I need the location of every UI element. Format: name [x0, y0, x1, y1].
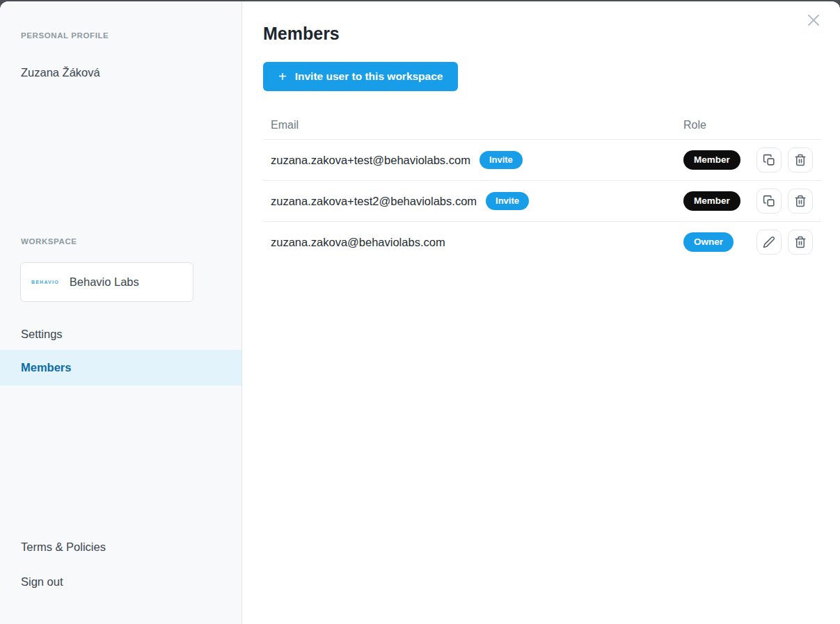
- table-header-row: Email Role: [263, 111, 821, 139]
- plus-icon: +: [278, 70, 287, 83]
- delete-button[interactable]: [788, 230, 813, 255]
- pencil-icon: [763, 236, 775, 248]
- sidebar-item-settings[interactable]: Settings: [0, 320, 241, 348]
- sidebar-item-sign-out[interactable]: Sign out: [0, 568, 241, 595]
- workspace-section-label: WORKSPACE: [21, 237, 77, 246]
- invite-button-label: Invite user to this workspace: [295, 70, 443, 83]
- sidebar-item-profile-name[interactable]: Zuzana Žáková: [21, 66, 100, 79]
- role-badge: Member: [683, 191, 740, 211]
- role-badge: Member: [683, 150, 740, 170]
- close-icon: [806, 13, 821, 30]
- workspace-card[interactable]: BEHAVIO Behavio Labs: [20, 262, 193, 302]
- invite-badge[interactable]: Invite: [480, 151, 523, 169]
- member-email: zuzana.zakova+test@behaviolabs.com: [271, 154, 470, 167]
- close-button[interactable]: [804, 11, 823, 31]
- trash-icon: [794, 236, 807, 248]
- copy-button[interactable]: [756, 189, 782, 214]
- copy-icon: [763, 195, 776, 208]
- workspace-settings-modal: PERSONAL PROFILE Zuzana Žáková WORKSPACE…: [0, 1, 840, 624]
- edit-button[interactable]: [756, 230, 782, 255]
- table-row: zuzana.zakova+test@behaviolabs.com Invit…: [263, 139, 821, 180]
- trash-icon: [794, 154, 807, 166]
- invite-user-button[interactable]: + Invite user to this workspace: [263, 62, 458, 91]
- role-badge: Owner: [683, 232, 734, 253]
- page-title: Members: [263, 24, 340, 44]
- table-row: zuzana.zakova+test2@behaviolabs.com Invi…: [263, 180, 821, 221]
- member-email: zuzana.zakova@behaviolabs.com: [271, 236, 445, 249]
- delete-button[interactable]: [788, 189, 813, 214]
- member-email: zuzana.zakova+test2@behaviolabs.com: [271, 195, 477, 208]
- delete-button[interactable]: [788, 147, 813, 173]
- workspace-name: Behavio Labs: [70, 275, 139, 289]
- sidebar-item-members[interactable]: Members: [0, 350, 241, 385]
- behavio-logo: BEHAVIO: [31, 280, 59, 285]
- table-row: zuzana.zakova@behaviolabs.com Owner: [263, 221, 821, 262]
- copy-button[interactable]: [756, 147, 782, 173]
- sidebar-item-terms-policies[interactable]: Terms & Policies: [0, 533, 241, 561]
- email-column-header: Email: [263, 119, 299, 131]
- invite-badge[interactable]: Invite: [486, 192, 529, 210]
- trash-icon: [794, 195, 807, 207]
- members-panel: Members + Invite user to this workspace …: [242, 1, 840, 624]
- copy-icon: [763, 154, 776, 167]
- personal-profile-section-label: PERSONAL PROFILE: [21, 31, 109, 40]
- members-table: Email Role zuzana.zakova+test@behaviolab…: [263, 111, 821, 262]
- role-column-header: Role: [683, 119, 706, 131]
- sidebar: PERSONAL PROFILE Zuzana Žáková WORKSPACE…: [0, 1, 242, 624]
